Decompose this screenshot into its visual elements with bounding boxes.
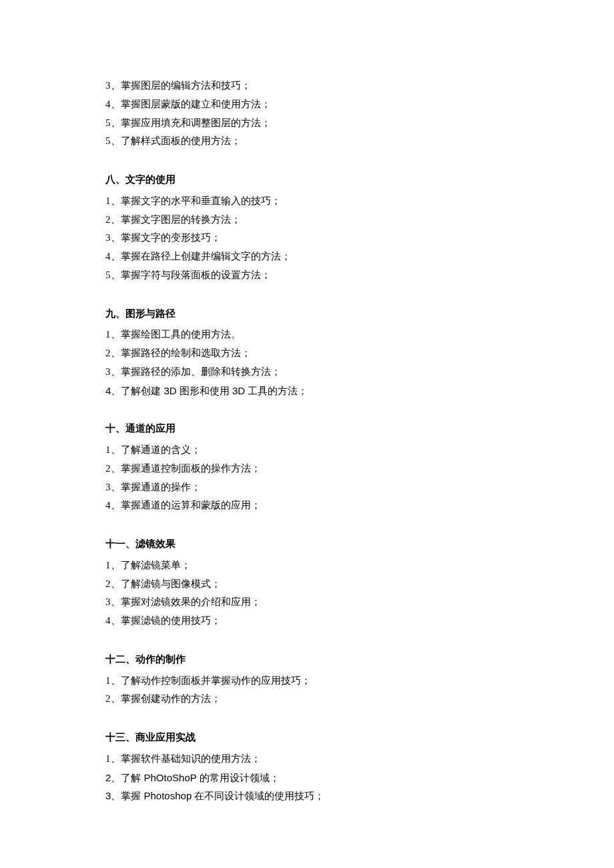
list-item: 2、掌握创建动作的方法； [105, 690, 509, 709]
section-8: 八、文字的使用 1、掌握文字的水平和垂直输入的技巧； 2、掌握文字图层的转换方法… [105, 171, 509, 285]
list-item: 3、掌握图层的编辑方法和技巧； [105, 77, 509, 95]
list-item: 4、掌握通道的运算和蒙版的应用； [105, 496, 509, 515]
list-item: 1、掌握文字的水平和垂直输入的技巧； [105, 192, 509, 211]
section-heading: 十三、商业应用实战 [105, 729, 509, 747]
list-item: 3、掌握 Photoshop 在不同设计领域的使用技巧； [105, 787, 509, 805]
section-10: 十、通道的应用 1、了解通道的含义； 2、掌握通道控制面板的操作方法； 3、掌握… [105, 420, 509, 515]
list-item: 2、掌握文字图层的转换方法； [105, 211, 509, 230]
section-11: 十一、滤镜效果 1、了解滤镜菜单； 2、了解滤镜与图像模式； 3、掌握对滤镜效果… [105, 535, 509, 630]
list-item: 2、掌握路径的绘制和选取方法； [105, 344, 509, 363]
list-item: 1、了解通道的含义； [105, 441, 509, 460]
list-item: 4、掌握滤镜的使用技巧； [105, 612, 509, 630]
section-9: 九、图形与路径 1、掌握绘图工具的使用方法。 2、掌握路径的绘制和选取方法； 3… [105, 305, 509, 400]
section-12: 十二、动作的制作 1、了解动作控制面板并掌握动作的应用技巧； 2、掌握创建动作的… [105, 650, 509, 709]
intro-item-block: 3、掌握图层的编辑方法和技巧； 4、掌握图层蒙版的建立和使用方法； 5、掌握应用… [105, 77, 509, 151]
section-heading: 十二、动作的制作 [105, 650, 509, 669]
list-item: 3、掌握文字的变形技巧； [105, 229, 509, 248]
list-item: 3、掌握路径的添加、删除和转换方法； [105, 363, 509, 382]
section-heading: 九、图形与路径 [105, 305, 509, 324]
list-item: 4、了解创建 3D 图形和使用 3D 工具的方法； [105, 382, 509, 400]
list-item: 1、掌握软件基础知识的使用方法； [105, 750, 509, 769]
list-item: 1、了解滤镜菜单； [105, 556, 509, 575]
list-item: 5、掌握应用填充和调整图层的方法； [105, 114, 509, 133]
document-page: 3、掌握图层的编辑方法和技巧； 4、掌握图层蒙版的建立和使用方法； 5、掌握应用… [0, 0, 614, 868]
list-item: 3、掌握通道的操作； [105, 478, 509, 497]
list-item: 2、了解滤镜与图像模式； [105, 575, 509, 594]
section-13: 十三、商业应用实战 1、掌握软件基础知识的使用方法； 2、了解 PhOtoSho… [105, 729, 509, 805]
section-heading: 八、文字的使用 [105, 171, 509, 189]
list-item: 1、掌握绘图工具的使用方法。 [105, 326, 509, 344]
list-item: 4、掌握在路径上创建并编辑文字的方法； [105, 248, 509, 266]
section-heading: 十、通道的应用 [105, 420, 509, 438]
list-item: 4、掌握图层蒙版的建立和使用方法； [105, 95, 509, 114]
list-item: 1、了解动作控制面板并掌握动作的应用技巧； [105, 672, 509, 691]
list-item: 5、掌握字符与段落面板的设置方法； [105, 266, 509, 285]
list-item: 3、掌握对滤镜效果的介绍和应用； [105, 593, 509, 612]
list-item: 5、了解样式面板的使用方法； [105, 132, 509, 151]
list-item: 2、了解 PhOtoShoP 的常用设计领域； [105, 769, 509, 787]
section-heading: 十一、滤镜效果 [105, 535, 509, 554]
list-item: 2、掌握通道控制面板的操作方法； [105, 460, 509, 478]
